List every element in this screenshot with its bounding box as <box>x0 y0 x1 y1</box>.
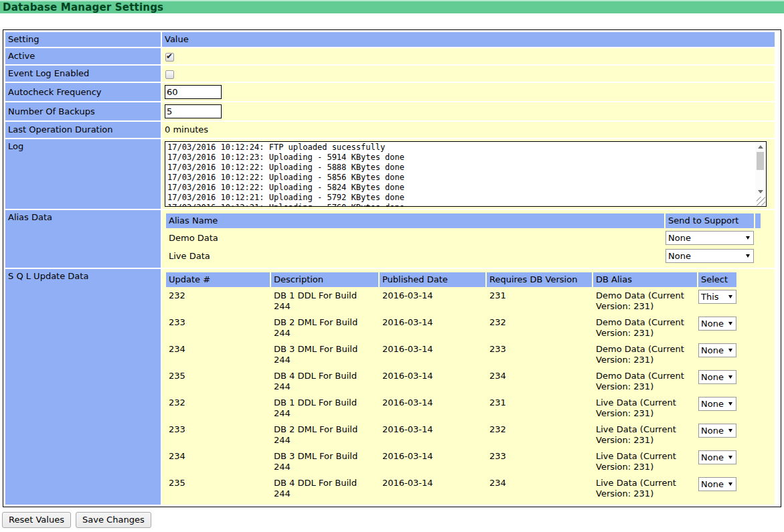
send-to-support-select-live[interactable]: None <box>665 249 754 263</box>
sql-select-4[interactable]: None <box>698 397 736 411</box>
published-date: 2016-03-14 <box>380 422 485 448</box>
description: DB 4 DDL For Build 244 <box>271 476 378 501</box>
sql-row: 233 DB 2 DML For Build 244 2016-03-14 23… <box>166 422 736 448</box>
event-log-value-cell <box>162 66 775 82</box>
event-log-label: Event Log Enabled <box>5 66 161 82</box>
alias-data-row: Alias Data Alias Name Send to Support De… <box>5 210 775 268</box>
sql-select-0[interactable]: This <box>698 290 736 304</box>
scroll-down-button[interactable] <box>755 187 765 196</box>
autocheck-label: Autocheck Frequency <box>5 83 161 101</box>
published-date: 2016-03-14 <box>380 315 485 341</box>
db-alias: Live Data (Current Version: 231) <box>593 395 697 421</box>
log-row: Log 17/03/2016 10:12:24: FTP uploaded su… <box>5 139 775 209</box>
requires-db-version: 232 <box>487 422 592 448</box>
description: DB 3 DML For Build 244 <box>271 342 378 367</box>
alias-name-column-header: Alias Name <box>166 213 664 228</box>
db-alias: Demo Data (Current Version: 231) <box>593 369 697 394</box>
sql-row: 234 DB 3 DML For Build 244 2016-03-14 23… <box>166 449 736 474</box>
sql-update-table: Update # Description Published Date Requ… <box>165 271 738 503</box>
sql-row: 232 DB 1 DDL For Build 244 2016-03-14 23… <box>166 288 736 314</box>
db-alias: Demo Data (Current Version: 231) <box>593 315 697 341</box>
requires-db-version: 234 <box>487 476 592 501</box>
published-date: 2016-03-14 <box>380 369 485 394</box>
alias-table: Alias Name Send to Support Demo Data Non… <box>165 212 762 266</box>
sql-select-6[interactable]: None <box>698 450 736 464</box>
published-date: 2016-03-14 <box>380 288 485 314</box>
requires-db-version: 232 <box>487 315 592 341</box>
sql-row: 233 DB 2 DML For Build 244 2016-03-14 23… <box>166 315 736 341</box>
settings-panel: Setting Value Active Event Log Enabled A… <box>3 29 781 507</box>
alias-header-row: Alias Name Send to Support <box>166 213 761 228</box>
save-changes-button[interactable]: Save Changes <box>76 512 151 528</box>
update-number: 233 <box>166 315 270 341</box>
last-operation-row: Last Operation Duration 0 minutes <box>5 122 775 138</box>
update-number: 235 <box>166 369 270 394</box>
active-checkbox[interactable] <box>165 53 174 62</box>
sql-select-7[interactable]: None <box>698 477 736 491</box>
sql-row: 235 DB 4 DDL For Build 244 2016-03-14 23… <box>166 476 736 501</box>
alias-name: Live Data <box>166 248 664 264</box>
autocheck-value-cell <box>162 83 775 101</box>
published-date: 2016-03-14 <box>380 395 485 421</box>
description-column-header: Description <box>271 272 378 287</box>
requires-db-version: 231 <box>487 395 592 421</box>
update-number: 235 <box>166 476 270 501</box>
backups-value-cell <box>162 102 775 120</box>
send-to-support-column-header: Send to Support <box>665 213 754 228</box>
event-log-checkbox[interactable] <box>165 70 174 79</box>
db-alias: Demo Data (Current Version: 231) <box>593 342 697 367</box>
scroll-up-icon <box>758 145 763 149</box>
sql-select-3[interactable]: None <box>698 370 736 384</box>
published-date: 2016-03-14 <box>380 342 485 367</box>
log-textarea[interactable]: 17/03/2016 10:12:24: FTP uploaded sucess… <box>165 141 767 207</box>
update-number: 232 <box>166 395 270 421</box>
last-operation-label: Last Operation Duration <box>5 122 161 138</box>
sql-header-row: Update # Description Published Date Requ… <box>166 272 736 287</box>
sql-select-2[interactable]: None <box>698 343 736 357</box>
update-number: 234 <box>166 342 270 367</box>
db-alias: Demo Data (Current Version: 231) <box>593 288 697 314</box>
sql-select-5[interactable]: None <box>698 424 736 438</box>
send-to-support-select-demo[interactable]: None <box>665 231 754 245</box>
sql-row: 232 DB 1 DDL For Build 244 2016-03-14 23… <box>166 395 736 421</box>
send-to-support-cell: None <box>665 248 754 264</box>
scroll-thumb[interactable] <box>757 152 764 170</box>
scroll-up-button[interactable] <box>755 143 765 151</box>
log-value-cell: 17/03/2016 10:12:24: FTP uploaded sucess… <box>162 139 775 209</box>
active-label: Active <box>5 48 161 64</box>
number-of-backups-input[interactable] <box>165 104 222 118</box>
description: DB 2 DML For Build 244 <box>271 315 378 341</box>
sql-row: 235 DB 4 DDL For Build 244 2016-03-14 23… <box>166 369 736 394</box>
value-column-header: Value <box>162 32 775 47</box>
description: DB 1 DDL For Build 244 <box>271 288 378 314</box>
published-date: 2016-03-14 <box>380 476 485 501</box>
page-title: Database Manager Settings <box>3 2 784 13</box>
active-row: Active <box>5 48 775 64</box>
description: DB 1 DDL For Build 244 <box>271 395 378 421</box>
alias-data-label: Alias Data <box>5 210 161 268</box>
update-number-column-header: Update # <box>166 272 270 287</box>
update-number: 234 <box>166 449 270 474</box>
title-bar: Database Manager Settings <box>0 0 784 13</box>
settings-table: Setting Value Active Event Log Enabled A… <box>4 31 776 506</box>
button-row: Reset Values Save Changes <box>2 512 784 528</box>
scroll-down-icon <box>758 190 763 193</box>
sql-row: 234 DB 3 DML For Build 244 2016-03-14 23… <box>166 342 736 367</box>
update-number: 232 <box>166 288 270 314</box>
select-column-header: Select <box>698 272 736 287</box>
requires-db-version: 233 <box>487 449 592 474</box>
send-to-support-cell: None <box>665 230 754 246</box>
backups-row: Number Of Backups <box>5 102 775 120</box>
description: DB 2 DML For Build 244 <box>271 422 378 448</box>
active-value-cell <box>162 48 775 64</box>
autocheck-frequency-input[interactable] <box>165 85 222 99</box>
db-alias: Live Data (Current Version: 231) <box>593 449 697 474</box>
db-alias: Live Data (Current Version: 231) <box>593 422 697 448</box>
reset-values-button[interactable]: Reset Values <box>2 512 71 528</box>
log-scrollbar[interactable] <box>755 143 765 196</box>
update-number: 233 <box>166 422 270 448</box>
db-alias: Live Data (Current Version: 231) <box>593 476 697 501</box>
description: DB 3 DML For Build 244 <box>271 449 378 474</box>
resize-grip-icon[interactable] <box>757 197 765 205</box>
sql-select-1[interactable]: None <box>698 317 736 331</box>
